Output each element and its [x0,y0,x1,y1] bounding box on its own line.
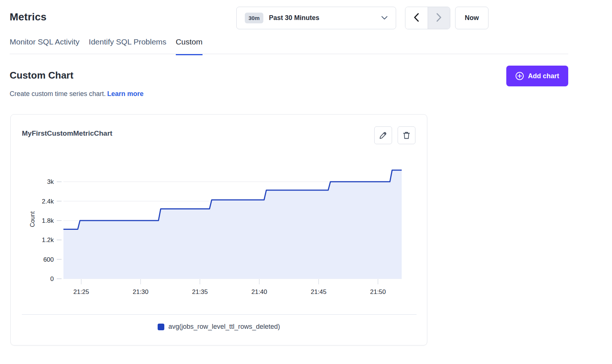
svg-text:Count: Count [29,211,36,227]
add-chart-button[interactable]: Add chart [506,66,568,86]
svg-text:1.2k: 1.2k [42,236,54,244]
time-range-label: Past 30 Minutes [269,14,319,22]
svg-text:21:40: 21:40 [251,288,267,295]
time-range-dropdown[interactable]: 30m Past 30 Minutes [236,7,396,29]
delete-chart-button[interactable] [398,126,415,144]
legend-divider [22,314,417,315]
chart-legend: avg(jobs_row_level_ttl_rows_deleted) [11,323,427,331]
svg-text:600: 600 [43,256,54,263]
svg-text:21:30: 21:30 [133,288,149,295]
custom-metric-chart: 06001.2k1.8k2.4k3k21:2521:3021:3521:4021… [11,152,428,300]
svg-text:21:50: 21:50 [370,288,386,295]
svg-text:21:35: 21:35 [192,288,208,295]
legend-label: avg(jobs_row_level_ttl_rows_deleted) [168,323,280,331]
tab-identify-sql-problems[interactable]: Identify SQL Problems [89,37,166,55]
svg-text:2.4k: 2.4k [42,198,54,205]
svg-text:21:45: 21:45 [311,288,327,295]
pencil-icon [379,131,387,139]
chart-title: MyFirstCustomMetricChart [22,129,112,138]
tab-custom[interactable]: Custom [176,37,203,55]
subtitle-text: Create custom time series chart. [10,90,106,97]
svg-text:1.8k: 1.8k [42,217,54,224]
learn-more-link[interactable]: Learn more [107,90,144,97]
tabs-divider [10,54,568,54]
edit-chart-button[interactable] [374,126,392,144]
legend-swatch [158,324,164,330]
chart-card: MyFirstCustomMetricChart 06001.2k1.8k2.4… [10,114,427,345]
time-range-badge: 30m [245,13,263,23]
now-button[interactable]: Now [455,7,488,29]
chevron-down-icon [381,16,388,20]
next-time-button[interactable] [428,7,450,29]
svg-text:0: 0 [50,275,54,282]
svg-text:3k: 3k [47,178,54,185]
time-nav-group [405,7,450,29]
page-title: Metrics [10,11,46,23]
tabs: Monitor SQL Activity Identify SQL Proble… [10,37,203,55]
custom-chart-heading: Custom Chart [10,70,73,81]
chevron-left-icon [414,13,419,23]
plus-circle-icon [515,72,524,80]
tab-monitor-sql-activity[interactable]: Monitor SQL Activity [10,37,79,55]
prev-time-button[interactable] [405,7,428,29]
chevron-right-icon [436,13,442,23]
add-chart-label: Add chart [528,72,559,80]
svg-text:21:25: 21:25 [73,288,89,295]
custom-chart-subtitle: Create custom time series chart.Learn mo… [10,90,144,98]
trash-icon [402,131,411,140]
